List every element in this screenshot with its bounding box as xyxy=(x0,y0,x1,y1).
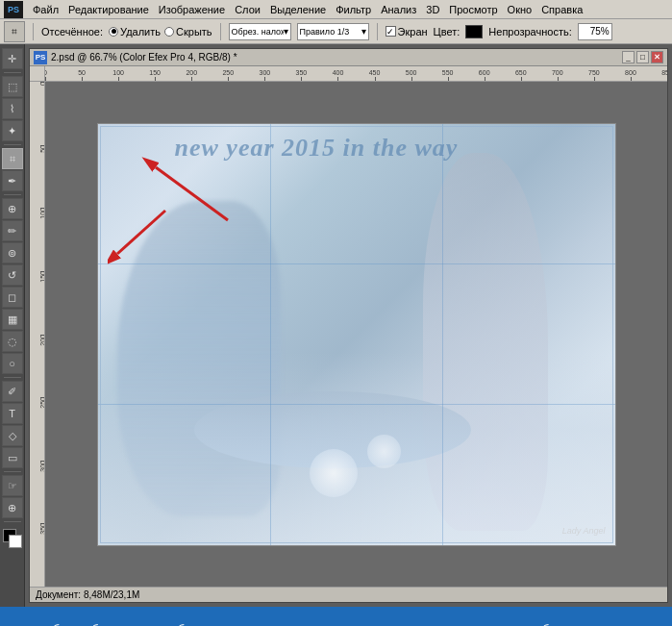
arrow-indicator2 xyxy=(108,191,185,268)
clone-tool[interactable]: ⊚ xyxy=(2,242,23,263)
tool-sep4 xyxy=(4,377,21,378)
doc-title-left: PS 2.psd @ 66.7% (Color Efex Pro 4, RGB/… xyxy=(34,51,237,64)
close-button[interactable]: ✕ xyxy=(651,51,663,63)
background-color[interactable] xyxy=(9,535,22,548)
overlay-dropdown[interactable]: Обрез. налож. направляющ. ▾ xyxy=(229,23,291,40)
crop-tool[interactable]: ⌗ xyxy=(2,148,23,169)
radio-hide[interactable]: Скрыть xyxy=(164,26,212,38)
tool-sep3 xyxy=(4,194,21,195)
tool-sep6 xyxy=(4,521,21,522)
eyedropper-tool[interactable]: ✒ xyxy=(2,170,23,191)
ruler-h-inner: 0501001502002503003504004505005506006507… xyxy=(45,66,667,81)
sep2 xyxy=(220,23,221,40)
menu-view[interactable]: Просмотр xyxy=(445,3,501,16)
menu-help[interactable]: Справка xyxy=(537,3,586,16)
opacity-value: 75% xyxy=(590,26,610,37)
maximize-button[interactable]: □ xyxy=(636,51,649,63)
doc-titlebar: PS 2.psd @ 66.7% (Color Efex Pro 4, RGB/… xyxy=(30,49,667,66)
ruler-top: 0501001502002503003504004505005506006507… xyxy=(45,66,667,82)
overlay-label: Обрез. налож. направляющ. xyxy=(232,27,284,37)
rule-label: Правило 1/3 xyxy=(300,27,350,37)
path-tool[interactable]: ◇ xyxy=(2,425,23,446)
menu-bar: PS Файл Редактирование Изображение Слои … xyxy=(0,0,672,19)
hand-tool[interactable]: ☞ xyxy=(2,475,23,496)
radio-group: Удалить Скрыть xyxy=(109,26,212,38)
doc-title: 2.psd @ 66.7% (Color Efex Pro 4, RGB/8) … xyxy=(51,52,237,63)
menu-file[interactable]: Файл xyxy=(29,3,62,16)
lasso-tool[interactable]: ⌇ xyxy=(2,98,23,119)
radio-delete[interactable]: Удалить xyxy=(109,26,161,38)
tool-sep1 xyxy=(4,72,21,73)
clipped-label: Отсечённое: xyxy=(41,26,103,38)
rule-dropdown[interactable]: Правило 1/3 ▾ xyxy=(297,23,369,40)
move-tool[interactable]: ✛ xyxy=(2,48,23,69)
text-tool[interactable]: T xyxy=(2,403,23,424)
rule-arrow: ▾ xyxy=(361,26,366,37)
options-tool-icon[interactable]: ⌗ xyxy=(4,21,25,42)
app-logo: PS xyxy=(4,1,23,18)
screen-checkbox[interactable]: ✓ Экран xyxy=(386,26,428,38)
dodge-tool[interactable]: ○ xyxy=(2,353,23,374)
ruler-left: 050100150200250300350400 xyxy=(30,82,45,587)
menu-layers[interactable]: Слои xyxy=(231,3,264,16)
color-label: Цвет: xyxy=(434,26,460,38)
blur-tool[interactable]: ◌ xyxy=(2,331,23,352)
canvas-container[interactable]: new year 2015 in the way xyxy=(45,82,667,587)
canvas-area: PS 2.psd @ 66.7% (Color Efex Pro 4, RGB/… xyxy=(25,44,672,607)
menu-window[interactable]: Окно xyxy=(504,3,536,16)
marquee-tool[interactable]: ⬚ xyxy=(2,76,23,97)
screen-label: Экран xyxy=(398,26,428,38)
color-swatch[interactable] xyxy=(465,25,483,38)
bubble2 xyxy=(367,435,401,468)
sep1 xyxy=(33,23,34,40)
minimize-button[interactable]: _ xyxy=(622,51,635,63)
overlay-arrow: ▾ xyxy=(284,26,288,37)
canvas-image[interactable]: new year 2015 in the way xyxy=(97,123,616,546)
heal-tool[interactable]: ⊕ xyxy=(2,198,23,219)
radio-hide-label: Скрыть xyxy=(176,26,212,38)
menu-select[interactable]: Выделение xyxy=(266,3,330,16)
svg-line-3 xyxy=(117,211,165,254)
foreground-bg-colors[interactable] xyxy=(3,529,22,548)
ruler-row: 0501001502002503003504004505005506006507… xyxy=(30,66,667,82)
doc-with-ruler: 050100150200250300350400 xyxy=(30,82,667,587)
main-area: ✛ ⬚ ⌇ ✦ ⌗ ✒ ⊕ ✏ ⊚ ↺ ◻ ▦ ◌ ○ ✐ T ◇ ▭ ☞ ⊕ xyxy=(0,44,672,607)
zoom-tool[interactable]: ⊕ xyxy=(2,497,23,518)
eraser-tool[interactable]: ◻ xyxy=(2,287,23,308)
opacity-input[interactable]: 75% xyxy=(578,23,612,40)
tool-sep5 xyxy=(4,471,21,472)
watermark: Lady Angel xyxy=(562,526,606,536)
history-tool[interactable]: ↺ xyxy=(2,264,23,286)
figure-right xyxy=(423,153,548,531)
toolbar: ✛ ⬚ ⌇ ✦ ⌗ ✒ ⊕ ✏ ⊚ ↺ ◻ ▦ ◌ ○ ✐ T ◇ ▭ ☞ ⊕ xyxy=(0,44,25,607)
shape-tool[interactable]: ▭ xyxy=(2,447,23,468)
screen-check-box: ✓ xyxy=(386,26,396,37)
doc-status: Документ: 8,48М/23,1М xyxy=(30,587,667,602)
pen-tool[interactable]: ✐ xyxy=(2,381,23,402)
doc-icon: PS xyxy=(34,51,47,64)
menu-image[interactable]: Изображение xyxy=(155,3,229,16)
brush-tool[interactable]: ✏ xyxy=(2,220,23,241)
menu-analysis[interactable]: Анализ xyxy=(377,3,420,16)
menu-edit[interactable]: Редактирование xyxy=(64,3,153,16)
radio-delete-label: Удалить xyxy=(120,26,161,38)
window-controls: _ □ ✕ xyxy=(622,51,663,63)
menu-filter[interactable]: Фильтр xyxy=(332,3,375,16)
doc-status-text: Документ: 8,48М/23,1М xyxy=(36,589,139,600)
instruction-panel: работы обрезаются так.берем инструмент р… xyxy=(0,607,672,626)
radio-hide-dot xyxy=(164,27,174,37)
opacity-label: Непрозрачность: xyxy=(488,26,571,38)
menu-3d[interactable]: 3D xyxy=(422,3,443,16)
magic-wand-tool[interactable]: ✦ xyxy=(2,120,23,141)
radio-delete-dot xyxy=(109,27,118,37)
instruction-text: работы обрезаются так.берем инструмент р… xyxy=(19,620,653,626)
document-window: PS 2.psd @ 66.7% (Color Efex Pro 4, RGB/… xyxy=(29,48,668,603)
ruler-corner xyxy=(30,66,45,82)
sep3 xyxy=(377,23,378,40)
options-bar: ⌗ Отсечённое: Удалить Скрыть Обрез. нало… xyxy=(0,19,672,44)
tool-sep2 xyxy=(4,144,21,145)
gradient-tool[interactable]: ▦ xyxy=(2,309,23,330)
bubble1 xyxy=(310,449,358,497)
